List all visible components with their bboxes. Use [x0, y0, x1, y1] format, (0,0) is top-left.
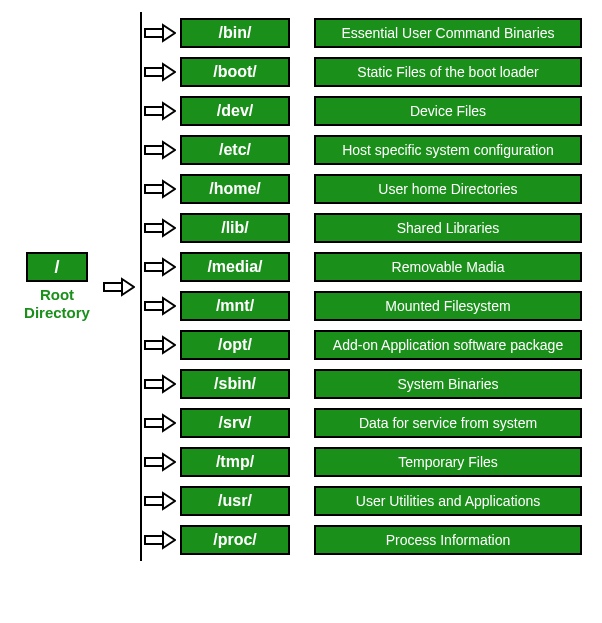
directory-row: /sbin/System Binaries	[144, 369, 582, 399]
directory-box: /sbin/	[180, 369, 290, 399]
directory-name: /usr/	[218, 492, 252, 510]
directory-row: /tmp/Temporary Files	[144, 447, 582, 477]
svg-marker-5	[163, 64, 175, 80]
svg-marker-21	[163, 376, 175, 392]
description-box: Data for service from system	[314, 408, 582, 438]
arrow-right-icon	[144, 179, 176, 199]
svg-rect-12	[145, 224, 163, 232]
directory-description: Temporary Files	[398, 454, 498, 470]
description-box: User Utilities and Applications	[314, 486, 582, 516]
directory-box: /media/	[180, 252, 290, 282]
root-label-line2: Directory	[24, 304, 90, 321]
directory-rows: /bin/Essential User Command Binaries/boo…	[144, 12, 582, 561]
svg-rect-24	[145, 458, 163, 466]
svg-marker-15	[163, 259, 175, 275]
arrow-right-icon	[103, 277, 135, 297]
svg-marker-29	[163, 532, 175, 548]
directory-box: /tmp/	[180, 447, 290, 477]
description-box: Host specific system configuration	[314, 135, 582, 165]
directory-name: /tmp/	[216, 453, 254, 471]
directory-row: /lib/Shared Libraries	[144, 213, 582, 243]
arrow-right-icon	[144, 62, 176, 82]
description-box: Temporary Files	[314, 447, 582, 477]
svg-rect-22	[145, 419, 163, 427]
directory-box: /boot/	[180, 57, 290, 87]
filesystem-hierarchy-diagram: / Root Directory /bin/Essential User Com…	[12, 12, 590, 561]
directory-name: /mnt/	[216, 297, 254, 315]
directory-box: /home/	[180, 174, 290, 204]
description-box: System Binaries	[314, 369, 582, 399]
directory-row: /home/User home Directories	[144, 174, 582, 204]
svg-rect-20	[145, 380, 163, 388]
description-box: Add-on Application software package	[314, 330, 582, 360]
description-box: Removable Madia	[314, 252, 582, 282]
directory-name: /sbin/	[214, 375, 256, 393]
svg-marker-11	[163, 181, 175, 197]
directory-row: /bin/Essential User Command Binaries	[144, 18, 582, 48]
directory-box: /etc/	[180, 135, 290, 165]
svg-marker-7	[163, 103, 175, 119]
directory-description: User home Directories	[378, 181, 517, 197]
svg-rect-18	[145, 341, 163, 349]
arrow-right-icon	[144, 23, 176, 43]
description-box: Static Files of the boot loader	[314, 57, 582, 87]
directory-box: /opt/	[180, 330, 290, 360]
arrow-right-icon	[144, 374, 176, 394]
arrow-right-icon	[144, 296, 176, 316]
directory-description: Shared Libraries	[397, 220, 500, 236]
directory-box: /bin/	[180, 18, 290, 48]
directory-description: Host specific system configuration	[342, 142, 554, 158]
directory-row: /srv/Data for service from system	[144, 408, 582, 438]
description-box: Shared Libraries	[314, 213, 582, 243]
directory-name: /dev/	[217, 102, 253, 120]
vertical-divider	[140, 12, 142, 561]
arrow-right-icon	[144, 491, 176, 511]
directory-box: /lib/	[180, 213, 290, 243]
arrow-right-icon	[144, 257, 176, 277]
directory-description: Add-on Application software package	[333, 337, 563, 353]
svg-rect-8	[145, 146, 163, 154]
svg-rect-2	[145, 29, 163, 37]
arrow-right-icon	[144, 413, 176, 433]
directory-description: Device Files	[410, 103, 486, 119]
svg-rect-16	[145, 302, 163, 310]
directory-description: Static Files of the boot loader	[357, 64, 538, 80]
directory-description: System Binaries	[397, 376, 498, 392]
directory-box: /usr/	[180, 486, 290, 516]
arrow-right-icon	[144, 218, 176, 238]
arrow-right-icon	[144, 530, 176, 550]
directory-box: /mnt/	[180, 291, 290, 321]
arrow-right-icon	[144, 452, 176, 472]
svg-marker-13	[163, 220, 175, 236]
directory-name: /opt/	[218, 336, 252, 354]
directory-box: /proc/	[180, 525, 290, 555]
directory-box: /srv/	[180, 408, 290, 438]
directory-description: Data for service from system	[359, 415, 537, 431]
directory-description: Removable Madia	[392, 259, 505, 275]
svg-marker-19	[163, 337, 175, 353]
svg-marker-25	[163, 454, 175, 470]
arrow-right-icon	[144, 101, 176, 121]
directory-description: Mounted Filesystem	[385, 298, 510, 314]
svg-marker-23	[163, 415, 175, 431]
root-arrow-column	[102, 277, 136, 297]
arrow-right-icon	[144, 335, 176, 355]
svg-rect-6	[145, 107, 163, 115]
directory-name: /proc/	[213, 531, 257, 549]
svg-rect-10	[145, 185, 163, 193]
description-box: User home Directories	[314, 174, 582, 204]
directory-name: /bin/	[219, 24, 252, 42]
root-label: Root Directory	[24, 286, 90, 321]
svg-rect-26	[145, 497, 163, 505]
directory-box: /dev/	[180, 96, 290, 126]
svg-rect-0	[104, 283, 122, 291]
description-box: Device Files	[314, 96, 582, 126]
directory-row: /media/Removable Madia	[144, 252, 582, 282]
directory-row: /boot/Static Files of the boot loader	[144, 57, 582, 87]
svg-marker-9	[163, 142, 175, 158]
arrow-right-icon	[144, 140, 176, 160]
directory-name: /media/	[207, 258, 262, 276]
description-box: Mounted Filesystem	[314, 291, 582, 321]
directory-description: Essential User Command Binaries	[341, 25, 554, 41]
directory-row: /opt/Add-on Application software package	[144, 330, 582, 360]
